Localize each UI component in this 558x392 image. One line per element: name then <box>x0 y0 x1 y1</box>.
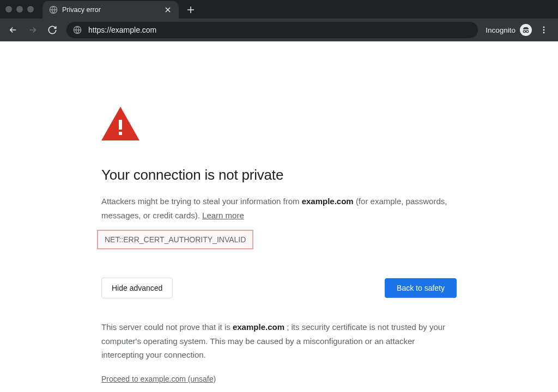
svg-point-2 <box>523 30 525 33</box>
new-tab-button[interactable] <box>183 2 198 17</box>
browser-tab[interactable]: Privacy error <box>43 1 179 19</box>
incognito-icon[interactable] <box>520 24 532 36</box>
svg-point-4 <box>543 27 545 28</box>
url-text: https://example.com <box>88 26 471 34</box>
proceed-link-text: example.com (unsafe) <box>141 375 216 383</box>
details-prefix: This server could not prove that it is <box>101 322 233 332</box>
svg-rect-7 <box>119 120 122 130</box>
warning-triangle-icon <box>101 107 457 143</box>
error-code: NET::ERR_CERT_AUTHORITY_INVALID <box>97 230 253 249</box>
warning-description: Attackers might be trying to steal your … <box>101 194 457 222</box>
learn-more-link[interactable]: Learn more <box>202 211 244 220</box>
reload-button[interactable] <box>44 21 61 39</box>
globe-icon <box>49 5 58 14</box>
toolbar-right: Incognito <box>483 22 554 38</box>
back-button[interactable] <box>4 21 22 39</box>
tabstrip: Privacy error <box>43 0 198 19</box>
forward-button[interactable] <box>24 21 41 39</box>
window-controls <box>5 6 34 13</box>
globe-icon <box>73 26 82 34</box>
window-close-button[interactable] <box>5 6 12 13</box>
svg-point-3 <box>526 30 529 33</box>
proceed-unsafe-link[interactable]: Proceed to example.com (unsafe) <box>101 375 216 383</box>
tab-title: Privacy error <box>62 6 159 14</box>
toolbar: https://example.com Incognito <box>0 19 558 41</box>
warning-text-prefix: Attackers might be trying to steal your … <box>101 197 302 206</box>
button-row: Hide advanced Back to safety <box>101 278 457 298</box>
titlebar: Privacy error <box>0 0 558 19</box>
window-maximize-button[interactable] <box>27 6 34 13</box>
server-details-text: This server could not prove that it is e… <box>101 320 457 362</box>
page-content: Your connection is not private Attackers… <box>0 41 558 384</box>
details-domain: example.com <box>233 322 284 332</box>
svg-point-6 <box>543 32 545 34</box>
svg-point-5 <box>543 29 545 31</box>
hide-advanced-button[interactable]: Hide advanced <box>101 278 173 298</box>
back-to-safety-button[interactable]: Back to safety <box>385 278 457 298</box>
proceed-prefix: Proceed to <box>101 375 141 383</box>
tab-close-button[interactable] <box>163 5 172 14</box>
address-bar[interactable]: https://example.com <box>66 22 478 38</box>
svg-rect-8 <box>119 132 122 135</box>
incognito-label: Incognito <box>486 26 515 34</box>
window-minimize-button[interactable] <box>16 6 23 13</box>
browser-menu-button[interactable] <box>536 22 551 38</box>
page-heading: Your connection is not private <box>101 167 457 183</box>
warning-domain: example.com <box>302 197 354 206</box>
